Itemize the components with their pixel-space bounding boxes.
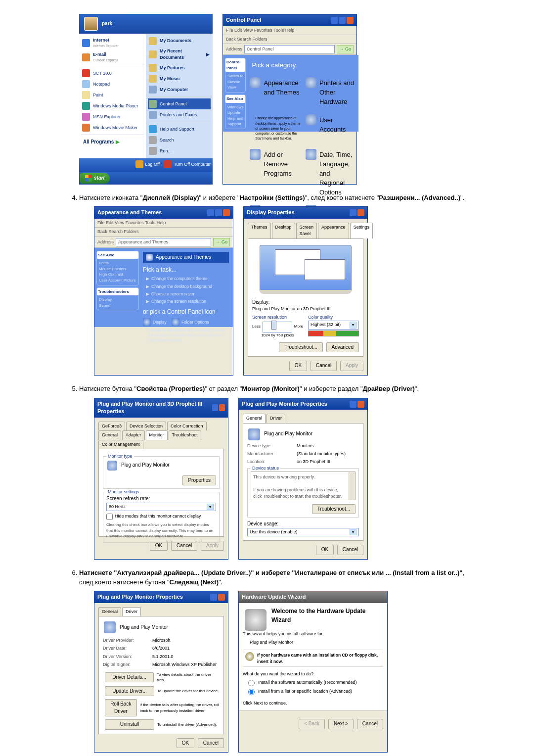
close-icon[interactable] [357,401,364,408]
address-input[interactable]: Appearance and Themes [116,238,211,246]
tab-devselect[interactable]: Device Selection [126,422,166,430]
tab-screensaver[interactable]: Screen Saver [296,223,317,238]
close-icon[interactable] [347,17,354,24]
switch-classic-link[interactable]: Switch to Classic View [227,73,243,91]
close-icon[interactable] [219,404,225,411]
seealso-useracct[interactable]: User Account Picture [99,278,136,284]
startmenu-mydocs[interactable]: My Documents [148,36,211,47]
startmenu-internet[interactable]: InternetInternet Explorer [81,36,144,50]
cancel-button[interactable]: Cancel [311,361,337,371]
tab-adapter[interactable]: Adapter [122,430,145,439]
next-button[interactable]: Next > [328,719,354,729]
startmenu-paint[interactable]: Paint [81,90,144,100]
scrollbar[interactable] [349,472,355,500]
startmenu-controlpanel[interactable]: Control Panel [148,98,211,109]
maximize-icon[interactable] [215,209,222,216]
logoff-button[interactable]: Log Off [135,160,160,168]
task-resolution[interactable]: ▶ Change the screen resolution [146,298,229,304]
ok-button[interactable]: OK [289,361,307,371]
tab-appearance[interactable]: Appearance [318,223,349,238]
task-screensaver[interactable]: ▶ Choose a screen saver [146,291,229,297]
resolution-slider[interactable] [263,322,292,332]
trouble-display[interactable]: Display [99,297,136,303]
startmenu-mycomp[interactable]: My Computer [148,84,211,95]
colorquality-combo[interactable]: Highest (32 bit)▾ [308,321,359,330]
ok-button[interactable]: OK [316,545,334,555]
seealso-contrast[interactable]: High Contrast [99,272,136,278]
tab-monitor[interactable]: Monitor [146,430,168,439]
startmenu-msn[interactable]: MSN Explorer [81,111,144,122]
startmenu-sct[interactable]: SCT 10.0 [81,68,144,79]
tab-geforce3[interactable]: GeForce3 [98,422,125,430]
seealso-fonts[interactable]: Fonts [99,260,136,266]
tab-troubleshoot[interactable]: Troubleshoot [169,430,201,439]
category-appearance[interactable]: Appearance and Themes [250,77,300,107]
turnoff-button[interactable]: Turn Off Computer [164,160,211,168]
hide-modes-checkbox[interactable] [106,514,113,520]
menubar[interactable]: File Edit View Favorites Tools Help [223,26,356,35]
nav-toolbar[interactable]: Back Search Folders [94,228,233,236]
startmenu-printers[interactable]: Printers and Faxes [148,109,211,120]
tab-colorcorr[interactable]: Color Correction [167,422,207,430]
startmenu-recent[interactable]: My Recent Documents ▶ [148,47,211,62]
trouble-sound[interactable]: Sound [99,303,136,309]
radio-list[interactable] [248,689,255,695]
close-icon[interactable] [223,209,230,216]
startmenu-notepad[interactable]: Notepad [81,79,144,90]
help-icon[interactable] [212,404,218,411]
task-background[interactable]: ▶ Change the desktop background [146,284,229,289]
help-icon[interactable] [350,209,356,216]
refresh-combo[interactable]: 60 Hertz▾ [106,503,216,512]
go-button[interactable]: → Go [337,45,354,53]
category-datetime[interactable]: Date, Time, Language, and Regional Optio… [306,149,355,197]
close-icon[interactable] [357,209,364,216]
seealso-winupdate[interactable]: Windows Update [227,104,243,116]
tab-themes[interactable]: Themes [248,223,271,238]
help-icon[interactable] [350,401,356,408]
ok-button[interactable]: OK [177,738,194,749]
update-driver-button[interactable]: Update Driver... [105,686,154,697]
tab-driver[interactable]: Driver [122,607,141,616]
cpicon-folder[interactable]: Folder Options [172,318,209,326]
rollback-driver-button[interactable]: Roll Back Driver [105,699,137,716]
all-programs[interactable]: All Programs▶ [81,137,144,148]
cancel-button[interactable]: Cancel [198,738,224,749]
tab-general[interactable]: General [98,430,121,439]
seealso-mouse[interactable]: Mouse Pointers [99,266,136,272]
startmenu-mymusic[interactable]: My Music [148,73,211,84]
startmenu-email[interactable]: E-mailOutlook Express [81,50,144,64]
tab-colormgmt[interactable]: Color Management [98,440,143,449]
minimize-icon[interactable] [207,209,214,216]
driver-details-button[interactable]: Driver Details... [105,672,154,683]
task-theme[interactable]: ▶ Change the computer's theme [146,276,229,282]
advanced-button[interactable]: Advanced [326,342,359,353]
startmenu-wmp[interactable]: Windows Media Player [81,100,144,111]
tab-general[interactable]: General [98,607,121,616]
close-icon[interactable] [218,594,225,601]
startmenu-search[interactable]: Search [148,135,211,145]
category-users[interactable]: User Accounts [306,114,355,141]
startmenu-run[interactable]: Run... [148,145,211,156]
uninstall-button[interactable]: Uninstall [105,719,154,730]
category-printers[interactable]: Printers and Other Hardware [306,77,355,107]
maximize-icon[interactable] [339,17,346,24]
seealso-help[interactable]: Help and Support [227,116,243,127]
tab-general[interactable]: General [243,414,266,423]
tab-driver[interactable]: Driver [267,414,285,423]
tab-desktop[interactable]: Desktop [272,223,295,238]
nav-toolbar[interactable]: Back Search Folders [223,35,356,44]
tab-settings[interactable]: Settings [350,223,373,238]
minimize-icon[interactable] [331,17,338,24]
address-input[interactable]: Control Panel [244,45,335,53]
device-usage-combo[interactable]: Use this device (enable)▾ [247,528,359,537]
cpicon-display[interactable]: Display [143,318,167,326]
cancel-button[interactable]: Cancel [357,719,383,729]
radio-auto[interactable] [248,680,255,686]
category-addremove[interactable]: Add or Remove Programs [250,149,300,197]
cancel-button[interactable]: Cancel [337,545,363,555]
startmenu-mypics[interactable]: My Pictures [148,62,211,73]
help-icon[interactable] [210,594,217,601]
startmenu-help[interactable]: Help and Support [148,124,211,135]
troubleshoot-button[interactable]: Troubleshoot... [312,504,356,515]
properties-button[interactable]: Properties [182,475,216,486]
